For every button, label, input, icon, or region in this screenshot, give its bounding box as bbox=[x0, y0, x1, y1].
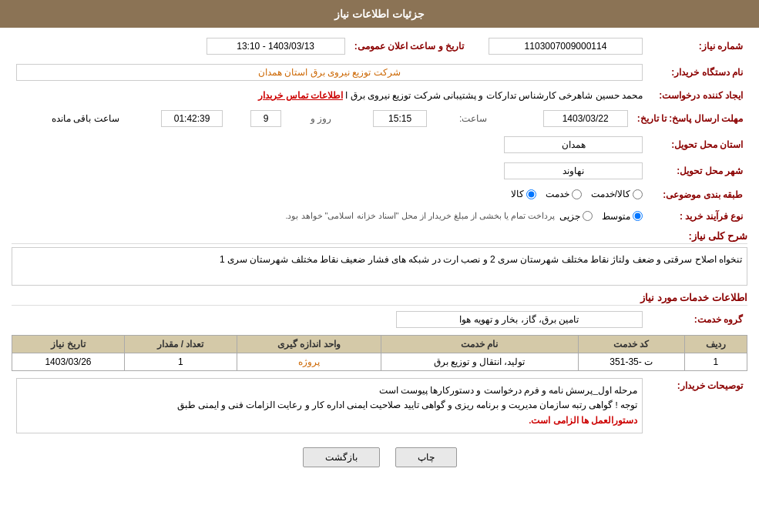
need-desc-label: شرح کلی نیاز: bbox=[12, 230, 747, 244]
process-row: نوع فرآیند خرید : متوسط جزیی bbox=[12, 209, 747, 224]
process-option-mutawaset[interactable]: متوسط bbox=[602, 211, 643, 222]
announce-label: تاریخ و ساعت اعلان عمومی: bbox=[350, 35, 468, 57]
buyer-org-label: نام دستگاه خریدار: bbox=[647, 62, 747, 83]
label-kala: کالا bbox=[511, 189, 524, 199]
category-option-kala[interactable]: کالا bbox=[511, 189, 536, 199]
table-row: 1ت -35-351تولید، انتقال و توزیع برقپروژه… bbox=[12, 353, 747, 370]
buyer-notes-line1: مرحله اول_پرسش نامه و فرم درخواست و دستو… bbox=[22, 383, 637, 399]
city-value: نهاوند bbox=[504, 162, 643, 179]
creator-value: محمد حسین شاهرخی کارشناس تدارکات bbox=[486, 90, 643, 101]
table-cell-1: ت -35-351 bbox=[578, 353, 684, 370]
category-option-kala-khedmat[interactable]: کالا/خدمت bbox=[591, 189, 643, 199]
need-desc-section: شرح کلی نیاز: تنخواه اصلاح سرقتی و ضعف و… bbox=[12, 230, 747, 286]
buttons-row: چاپ بازگشت bbox=[12, 447, 747, 467]
col-header-name: نام خدمت bbox=[381, 335, 578, 353]
deadline-label: مهلت ارسال پاسخ: تا تاریخ: bbox=[633, 108, 747, 129]
process-option-jozii[interactable]: جزیی bbox=[559, 211, 593, 222]
buyer-org-value: شرکت توزیع نیروی برق استان همدان bbox=[16, 64, 643, 81]
buyer-notes-line2: توجه ! گواهی رتبه سازمان مدیریت و برنامه… bbox=[22, 398, 637, 413]
services-section: اطلاعات خدمات مورد نیاز گروه خدمت: تامین… bbox=[12, 292, 747, 371]
label-kala-khedmat: کالا/خدمت bbox=[591, 189, 630, 199]
col-header-code: کد خدمت bbox=[578, 335, 684, 353]
creator-label: ایجاد کننده درخواست: bbox=[647, 88, 747, 103]
city-row: شهر محل تحویل: نهاوند bbox=[12, 160, 747, 182]
province-value: همدان bbox=[504, 136, 643, 153]
col-header-date: تاریخ نیاز bbox=[12, 335, 125, 353]
services-table: ردیف کد خدمت نام خدمت واحد اندازه گیری ت… bbox=[12, 335, 747, 371]
deadline-row: مهلت ارسال پاسخ: تا تاریخ: 1403/03/22 سا… bbox=[12, 108, 747, 129]
contact-link[interactable]: اطلاعات تماس خریدار bbox=[258, 90, 343, 101]
province-label: استان محل تحویل: bbox=[647, 134, 747, 156]
label-mutawaset: متوسط bbox=[602, 211, 630, 222]
buyer-notes-content: مرحله اول_پرسش نامه و فرم درخواست و دستو… bbox=[16, 378, 643, 434]
need-desc-value: تنخواه اصلاح سرقتی و ضعف ولتاژ نقاط مختل… bbox=[12, 247, 747, 286]
table-cell-3: پروژه bbox=[237, 353, 381, 370]
table-cell-5: 1403/03/26 bbox=[12, 353, 125, 370]
radio-khedmat[interactable] bbox=[572, 189, 582, 199]
category-label: طبقه بندی موضوعی: bbox=[647, 186, 747, 204]
col-header-unit: واحد اندازه گیری bbox=[237, 335, 381, 353]
announce-value: 1403/03/13 - 13:10 bbox=[207, 38, 345, 55]
service-group-value: تامین برق، گاز، بخار و تهویه هوا bbox=[396, 311, 643, 328]
need-number-value: 1103007009000114 bbox=[489, 38, 643, 55]
deadline-remaining-label: ساعت باقی مانده bbox=[52, 113, 119, 124]
buyer-notes-line3: دستورالعمل ها الزامی است. bbox=[22, 413, 637, 429]
deadline-days: 9 bbox=[250, 110, 281, 127]
print-button[interactable]: چاپ bbox=[395, 447, 457, 467]
buyer-org-row: نام دستگاه خریدار: شرکت توزیع نیروی برق … bbox=[12, 62, 747, 83]
radio-kala[interactable] bbox=[526, 189, 536, 199]
page-title: جزئیات اطلاعات نیاز bbox=[334, 8, 425, 20]
page-header: جزئیات اطلاعات نیاز bbox=[0, 0, 759, 28]
table-cell-4: 1 bbox=[124, 353, 237, 370]
radio-kala-khedmat[interactable] bbox=[633, 189, 643, 199]
province-row: استان محل تحویل: همدان bbox=[12, 134, 747, 156]
col-header-count: تعداد / مقدار bbox=[124, 335, 237, 353]
process-note: پرداخت تمام یا بخشی از مبلغ خریدار از مح… bbox=[285, 211, 555, 221]
back-button[interactable]: بازگشت bbox=[303, 447, 380, 467]
need-number-label: شماره نیاز: bbox=[647, 35, 747, 57]
creator-row: ایجاد کننده درخواست: محمد حسین شاهرخی کا… bbox=[12, 88, 747, 103]
city-label: شهر محل تحویل: bbox=[647, 160, 747, 182]
table-cell-2: تولید، انتقال و توزیع برق bbox=[381, 353, 578, 370]
process-group: متوسط جزیی پرداخت تمام یا بخشی از مبلغ خ… bbox=[16, 211, 643, 222]
deadline-remaining: 01:42:39 bbox=[161, 110, 223, 127]
category-radio-group: کالا/خدمت خدمت کالا bbox=[511, 189, 643, 199]
buyer-notes-label: توصیحات خریدار: bbox=[647, 376, 747, 437]
table-cell-0: 1 bbox=[684, 353, 747, 370]
page-wrapper: جزئیات اطلاعات نیاز شماره نیاز: 11030070… bbox=[0, 0, 759, 532]
label-jozii: جزیی bbox=[559, 211, 580, 222]
buyer-notes-row: توصیحات خریدار: مرحله اول_پرسش نامه و فر… bbox=[12, 376, 747, 437]
col-header-row: ردیف bbox=[684, 335, 747, 353]
deadline-days-label: روز و bbox=[311, 113, 331, 124]
radio-mutawaset[interactable] bbox=[633, 211, 643, 221]
category-row: طبقه بندی موضوعی: کالا/خدمت خدمت bbox=[12, 186, 747, 204]
radio-jozii[interactable] bbox=[583, 211, 593, 221]
process-radio-group: متوسط جزیی bbox=[559, 211, 643, 222]
services-section-title: اطلاعات خدمات مورد نیاز bbox=[12, 292, 747, 306]
deadline-time-label: ساعت: bbox=[459, 113, 487, 124]
deadline-date: 1403/03/22 bbox=[543, 110, 628, 127]
category-option-khedmat[interactable]: خدمت bbox=[546, 189, 582, 199]
content-area: شماره نیاز: 1103007009000114 تاریخ و ساع… bbox=[0, 28, 759, 483]
need-number-row: شماره نیاز: 1103007009000114 تاریخ و ساع… bbox=[12, 35, 747, 57]
process-label: نوع فرآیند خرید : bbox=[647, 209, 747, 224]
service-group-row: گروه خدمت: تامین برق، گاز، بخار و تهویه … bbox=[12, 309, 747, 330]
label-khedmat: خدمت bbox=[546, 189, 569, 199]
service-group-label: گروه خدمت: bbox=[647, 309, 747, 330]
creator-extra: و پشتیبانی شرکت توزیع نیروی برق ا bbox=[345, 90, 483, 101]
deadline-time: 15:15 bbox=[373, 110, 427, 127]
